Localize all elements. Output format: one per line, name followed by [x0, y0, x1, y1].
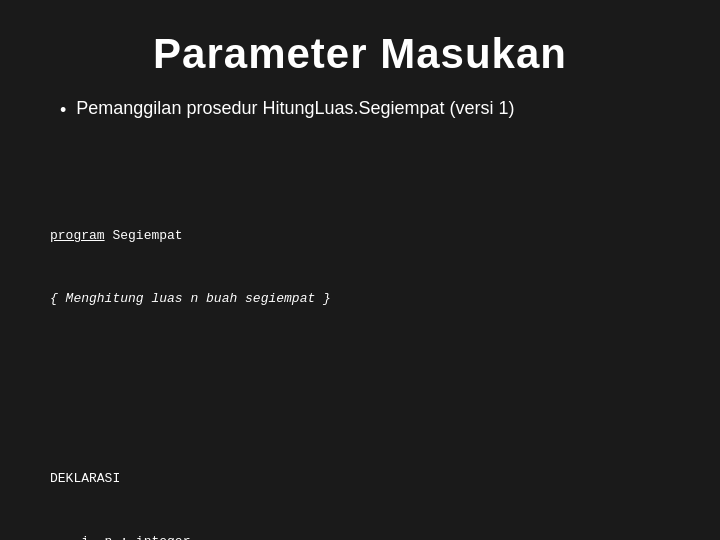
- type-integer: integer: [136, 534, 191, 540]
- code-line-var1: i, n : integer: [50, 532, 670, 540]
- program-name: Segiempat: [112, 228, 182, 243]
- page-container: Parameter Masukan • Pemanggilan prosedur…: [0, 0, 720, 540]
- subtitle-line: • Pemanggilan prosedur HitungLuas.Segiem…: [50, 98, 670, 123]
- keyword-program: program: [50, 228, 105, 243]
- code-line-comment1: { Menghitung luas n buah segiempat }: [50, 289, 670, 310]
- bullet-icon: •: [60, 98, 66, 123]
- subtitle-text: Pemanggilan prosedur HitungLuas.Segiempa…: [76, 98, 514, 119]
- program-section: program Segiempat { Menghitung luas n bu…: [50, 185, 670, 351]
- code-block: program Segiempat { Menghitung luas n bu…: [50, 143, 670, 540]
- code-line-program: program Segiempat: [50, 226, 670, 247]
- page-title: Parameter Masukan: [50, 30, 670, 78]
- deklarasi-section: DEKLARASI i, n : integer panjang, lebar …: [50, 428, 670, 540]
- code-line-deklarasi: DEKLARASI: [50, 469, 670, 490]
